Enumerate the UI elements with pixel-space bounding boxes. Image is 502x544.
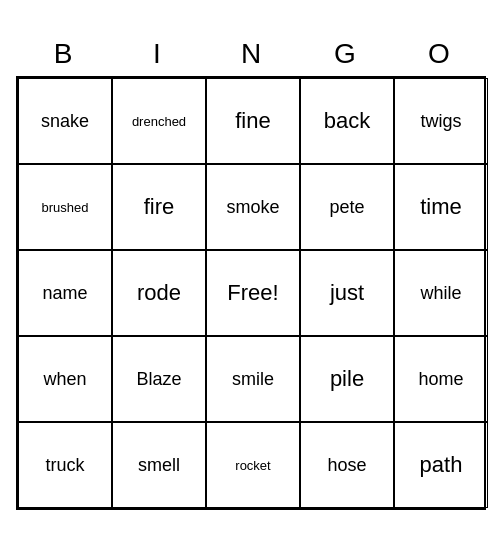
bingo-cell-r1-c1[interactable]: fire <box>112 164 206 250</box>
bingo-cell-r0-c1[interactable]: drenched <box>112 78 206 164</box>
cell-text-r0-c2: fine <box>235 108 270 134</box>
cell-text-r1-c0: brushed <box>42 200 89 215</box>
header-letter-I: I <box>110 34 204 74</box>
bingo-cell-r2-c3[interactable]: just <box>300 250 394 336</box>
cell-text-r2-c2: Free! <box>227 280 278 306</box>
bingo-cell-r2-c0[interactable]: name <box>18 250 112 336</box>
bingo-cell-r4-c1[interactable]: smell <box>112 422 206 508</box>
bingo-card: BINGO snakedrenchedfinebacktwigsbrushedf… <box>6 24 496 520</box>
bingo-cell-r2-c4[interactable]: while <box>394 250 488 336</box>
cell-text-r1-c2: smoke <box>226 197 279 218</box>
cell-text-r2-c0: name <box>42 283 87 304</box>
cell-text-r4-c2: rocket <box>235 458 270 473</box>
bingo-cell-r4-c3[interactable]: hose <box>300 422 394 508</box>
bingo-cell-r0-c2[interactable]: fine <box>206 78 300 164</box>
header-letter-B: B <box>16 34 110 74</box>
cell-text-r2-c1: rode <box>137 280 181 306</box>
header-letter-G: G <box>298 34 392 74</box>
bingo-cell-r3-c4[interactable]: home <box>394 336 488 422</box>
bingo-cell-r4-c4[interactable]: path <box>394 422 488 508</box>
bingo-cell-r3-c3[interactable]: pile <box>300 336 394 422</box>
cell-text-r3-c3: pile <box>330 366 364 392</box>
bingo-cell-r1-c4[interactable]: time <box>394 164 488 250</box>
bingo-cell-r4-c0[interactable]: truck <box>18 422 112 508</box>
bingo-cell-r0-c3[interactable]: back <box>300 78 394 164</box>
cell-text-r4-c3: hose <box>327 455 366 476</box>
cell-text-r0-c1: drenched <box>132 114 186 129</box>
cell-text-r0-c3: back <box>324 108 370 134</box>
bingo-cell-r2-c1[interactable]: rode <box>112 250 206 336</box>
cell-text-r2-c3: just <box>330 280 364 306</box>
cell-text-r4-c4: path <box>420 452 463 478</box>
cell-text-r1-c1: fire <box>144 194 175 220</box>
header-letter-N: N <box>204 34 298 74</box>
bingo-cell-r1-c2[interactable]: smoke <box>206 164 300 250</box>
cell-text-r3-c0: when <box>43 369 86 390</box>
bingo-cell-r0-c4[interactable]: twigs <box>394 78 488 164</box>
bingo-cell-r0-c0[interactable]: snake <box>18 78 112 164</box>
bingo-cell-r1-c3[interactable]: pete <box>300 164 394 250</box>
cell-text-r0-c0: snake <box>41 111 89 132</box>
cell-text-r1-c3: pete <box>329 197 364 218</box>
cell-text-r0-c4: twigs <box>420 111 461 132</box>
bingo-grid: snakedrenchedfinebacktwigsbrushedfiresmo… <box>16 76 486 510</box>
cell-text-r1-c4: time <box>420 194 462 220</box>
cell-text-r3-c2: smile <box>232 369 274 390</box>
cell-text-r3-c4: home <box>418 369 463 390</box>
header-letter-O: O <box>392 34 486 74</box>
bingo-cell-r1-c0[interactable]: brushed <box>18 164 112 250</box>
cell-text-r2-c4: while <box>420 283 461 304</box>
bingo-cell-r3-c2[interactable]: smile <box>206 336 300 422</box>
cell-text-r3-c1: Blaze <box>136 369 181 390</box>
bingo-cell-r3-c1[interactable]: Blaze <box>112 336 206 422</box>
bingo-header: BINGO <box>16 34 486 74</box>
bingo-cell-r3-c0[interactable]: when <box>18 336 112 422</box>
bingo-cell-r4-c2[interactable]: rocket <box>206 422 300 508</box>
cell-text-r4-c0: truck <box>45 455 84 476</box>
cell-text-r4-c1: smell <box>138 455 180 476</box>
bingo-cell-r2-c2[interactable]: Free! <box>206 250 300 336</box>
